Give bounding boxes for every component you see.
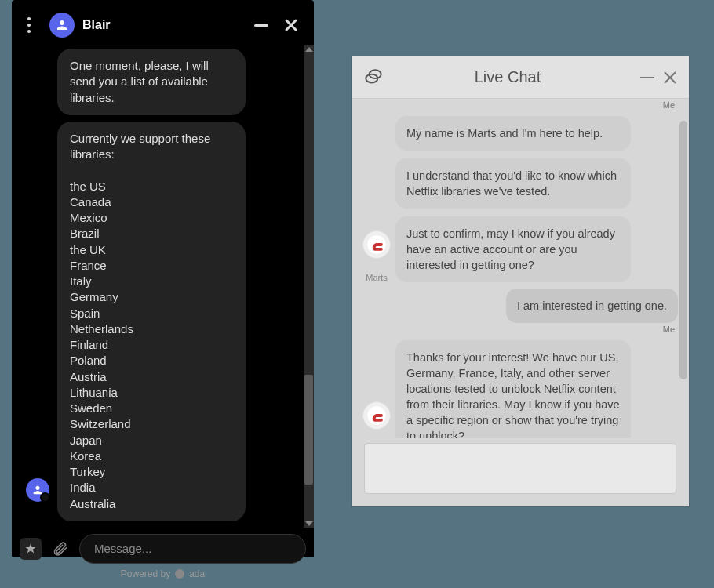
agent-name: Blair [82, 18, 240, 32]
expressvpn-logo-icon [366, 405, 387, 426]
agent-name-label: Marts [366, 273, 388, 282]
scrollbar[interactable] [679, 105, 687, 432]
user-message-bubble: I am interested in getting one. [506, 289, 678, 323]
close-button[interactable] [282, 16, 300, 34]
light-chat-body: Me Marts My name is Marts and I'm here t… [352, 99, 689, 438]
minimize-button[interactable] [640, 77, 654, 78]
presence-avatar [26, 478, 49, 502]
agent-message-bubble: Currently we support these libraries: th… [57, 122, 246, 521]
scroll-track[interactable] [304, 52, 314, 521]
close-button[interactable] [662, 70, 678, 85]
sender-label-me: Me [352, 100, 678, 110]
message-input[interactable]: Message... [79, 534, 306, 564]
user-message-group: I am interested in getting one. [399, 289, 678, 323]
dark-chat-window: Blair One moment, please, I will send yo… [12, 0, 314, 557]
attachment-icon[interactable] [49, 538, 71, 560]
powered-by-name: ada [189, 568, 205, 579]
agent-avatar [49, 13, 75, 38]
minimize-button[interactable] [254, 24, 268, 27]
kebab-menu-icon[interactable] [20, 16, 38, 34]
scrollbar[interactable] [304, 45, 314, 528]
dark-messages-wrap: One moment, please, I will send you a li… [12, 45, 314, 528]
agent-message-bubble: I understand that you'd like to know whi… [395, 158, 631, 209]
agent-message-group: Marts Thanks for your interest! We have … [362, 340, 678, 438]
light-chat-window: Live Chat Me Marts My name is Marts and … [352, 56, 689, 506]
dark-chat-header: Blair [12, 0, 314, 45]
powered-by: Powered by ada [20, 564, 306, 579]
sender-label-me: Me [352, 325, 678, 334]
powered-by-prefix: Powered by [121, 568, 170, 579]
expressvpn-logo-icon [366, 234, 387, 255]
scroll-thumb[interactable] [679, 121, 687, 379]
emoji-icon[interactable] [20, 538, 42, 560]
live-chat-title: Live Chat [375, 68, 640, 86]
message-input[interactable] [364, 443, 676, 494]
input-placeholder: Message... [94, 542, 151, 555]
ada-logo-icon [175, 569, 184, 579]
agent-avatar [362, 401, 391, 430]
agent-message-bubble: Thanks for your interest! We have our US… [395, 340, 631, 438]
scroll-thumb[interactable] [304, 375, 313, 485]
light-chat-header: Live Chat [352, 56, 689, 99]
agent-message-bubble: Just to confirm, may I know if you alrea… [395, 216, 631, 282]
scroll-down-icon[interactable] [305, 521, 313, 526]
dark-chat-footer: Message... Powered by ada [12, 528, 314, 583]
agent-message-group: Marts My name is Marts and I'm here to h… [362, 116, 678, 282]
person-icon [55, 18, 69, 32]
dark-messages: One moment, please, I will send you a li… [12, 45, 304, 528]
agent-message-bubble: My name is Marts and I'm here to help. [395, 116, 631, 151]
person-icon [31, 484, 44, 496]
agent-message-bubble: One moment, please, I will send you a li… [57, 49, 246, 115]
agent-avatar [362, 230, 391, 259]
